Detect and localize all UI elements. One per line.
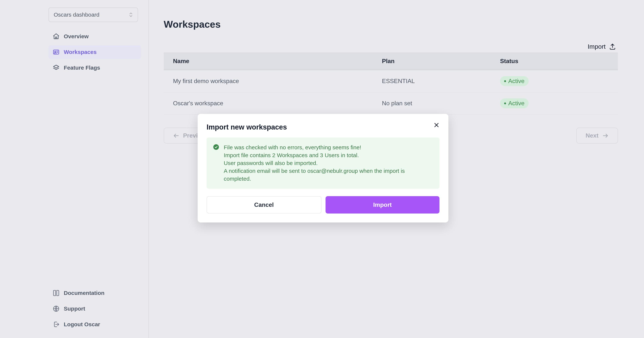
status-text: Active	[508, 100, 524, 107]
sidebar-item-documentation[interactable]: Documentation	[48, 287, 141, 299]
sidebar-item-logout[interactable]: Logout Oscar	[48, 318, 141, 330]
svg-marker-4	[54, 65, 59, 68]
cell-name: Oscar's workspace	[164, 92, 373, 114]
dashboard-selector-label: Oscars dashboard	[54, 12, 100, 18]
sidebar-nav: Overview Workspaces Feature Flags	[48, 30, 141, 75]
dashboard-selector[interactable]: Oscars dashboard	[48, 8, 138, 22]
svg-point-1	[55, 51, 56, 52]
cell-status: Active	[491, 92, 618, 114]
next-button[interactable]: Next	[576, 128, 618, 144]
success-line: User passwords will also be imported.	[224, 159, 433, 167]
cell-status: Active	[491, 70, 618, 92]
home-icon	[52, 33, 60, 40]
status-dot-icon	[504, 103, 506, 104]
next-label: Next	[586, 132, 598, 139]
cell-plan: ESSENTIAL	[373, 70, 491, 92]
book-icon	[52, 289, 60, 296]
cell-plan: No plan set	[373, 92, 491, 114]
status-badge: Active	[500, 98, 528, 108]
column-header-status: Status	[491, 53, 618, 70]
sidebar-item-workspaces[interactable]: Workspaces	[48, 45, 141, 59]
sidebar-bottom: Documentation Support Logout Oscar	[48, 287, 141, 330]
cell-name: My first demo workspace	[164, 70, 373, 92]
sidebar-item-support[interactable]: Support	[48, 302, 141, 315]
column-header-plan: Plan	[373, 53, 491, 70]
upload-icon	[609, 43, 616, 50]
globe-icon	[52, 305, 60, 312]
chevron-updown-icon	[129, 12, 133, 17]
sidebar-item-label: Feature Flags	[64, 65, 100, 71]
import-button[interactable]: Import	[588, 43, 616, 50]
id-card-icon	[52, 49, 60, 56]
sidebar: Oscars dashboard Overview Workspaces	[0, 0, 149, 338]
sidebar-item-label: Support	[64, 305, 85, 312]
page-title: Workspaces	[164, 19, 618, 30]
status-dot-icon	[504, 80, 506, 82]
sidebar-item-label: Documentation	[64, 290, 104, 296]
logout-icon	[52, 321, 60, 328]
sidebar-item-overview[interactable]: Overview	[48, 30, 141, 43]
modal-close-button[interactable]	[434, 122, 440, 129]
arrow-left-icon	[173, 133, 179, 139]
modal-title: Import new workspaces	[206, 123, 440, 131]
confirm-import-button[interactable]: Import	[326, 196, 440, 213]
workspaces-table: Name Plan Status My first demo workspace…	[164, 53, 618, 115]
column-header-name: Name	[164, 53, 373, 70]
status-badge: Active	[500, 76, 528, 86]
success-text: File was checked with no errors, everyth…	[224, 144, 433, 183]
sidebar-item-feature-flags[interactable]: Feature Flags	[48, 61, 141, 75]
import-modal: Import new workspaces File was checked w…	[198, 114, 448, 222]
sidebar-item-label: Overview	[64, 33, 88, 40]
check-circle-icon	[213, 144, 219, 150]
arrow-right-icon	[602, 133, 608, 139]
success-panel: File was checked with no errors, everyth…	[206, 138, 440, 189]
import-label: Import	[588, 43, 606, 50]
close-icon	[434, 122, 440, 128]
cancel-button[interactable]: Cancel	[206, 196, 322, 213]
success-line: A notification email will be sent to osc…	[224, 167, 433, 183]
success-line: Import file contains 2 Workspaces and 3 …	[224, 151, 433, 159]
table-row[interactable]: Oscar's workspace No plan set Active	[164, 92, 618, 114]
sidebar-item-label: Logout Oscar	[64, 321, 100, 327]
success-line: File was checked with no errors, everyth…	[224, 144, 433, 151]
import-action-row: Import	[164, 43, 618, 50]
modal-actions: Cancel Import	[206, 196, 440, 213]
table-row[interactable]: My first demo workspace ESSENTIAL Active	[164, 70, 618, 92]
sidebar-item-label: Workspaces	[64, 49, 96, 55]
layers-icon	[52, 64, 60, 71]
status-text: Active	[508, 78, 524, 85]
